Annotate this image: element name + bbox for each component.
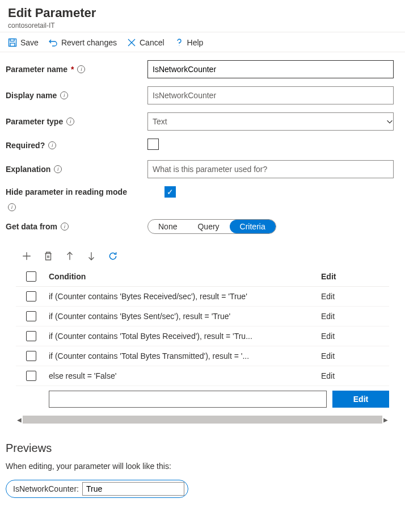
criteria-row: if (Counter contains 'Bytes Sent/sec'), … xyxy=(16,307,389,326)
help-label: Help xyxy=(187,38,204,47)
edit-link[interactable]: Edit xyxy=(321,351,389,361)
seg-query[interactable]: Query xyxy=(187,220,229,233)
info-icon[interactable]: i xyxy=(77,65,85,73)
explanation-input[interactable] xyxy=(147,160,394,178)
save-button[interactable]: Save xyxy=(8,38,39,47)
help-button[interactable]: Help xyxy=(175,38,204,47)
param-type-select[interactable] xyxy=(147,112,394,131)
required-asterisk: * xyxy=(71,65,74,74)
add-icon[interactable] xyxy=(22,251,32,261)
row-checkbox[interactable] xyxy=(26,371,36,381)
criteria-row: if (Counter contains 'Bytes Received/sec… xyxy=(16,287,389,307)
info-icon[interactable]: i xyxy=(54,165,62,173)
info-icon[interactable]: i xyxy=(8,203,16,211)
info-icon[interactable]: i xyxy=(60,91,68,99)
col-condition: Condition xyxy=(49,272,321,281)
scroll-right-icon[interactable]: ▶ xyxy=(382,417,389,423)
row-checkbox[interactable] xyxy=(26,291,36,301)
page-subtitle: contosoretail-IT xyxy=(8,22,397,30)
preview-pill-label: IsNetworkCounter: xyxy=(13,484,79,493)
criteria-panel: Condition Edit if (Counter contains 'Byt… xyxy=(16,251,389,412)
hide-param-checkbox[interactable]: ✓ xyxy=(164,186,176,198)
edit-link[interactable]: Edit xyxy=(321,371,389,380)
info-icon[interactable]: i xyxy=(61,223,69,231)
revert-button[interactable]: Revert changes xyxy=(49,38,117,47)
scroll-track[interactable] xyxy=(23,416,382,424)
scroll-left-icon[interactable]: ◀ xyxy=(16,417,23,423)
param-type-label: Parameter type xyxy=(6,117,63,126)
arrow-up-icon[interactable] xyxy=(65,251,75,261)
col-edit: Edit xyxy=(321,272,389,281)
criteria-row: if (Counter contains 'Total Bytes Transm… xyxy=(16,346,389,366)
cancel-label: Cancel xyxy=(140,38,164,47)
previews-note: When editing, your parameter will look l… xyxy=(6,462,399,471)
svg-rect-1 xyxy=(10,39,14,41)
delete-icon[interactable] xyxy=(43,251,53,261)
help-icon xyxy=(175,38,184,47)
condition-text: if (Counter contains 'Total Bytes Receiv… xyxy=(49,332,321,341)
page-header: Edit Parameter contosoretail-IT xyxy=(0,0,405,32)
previews-title: Previews xyxy=(6,442,399,455)
edit-link[interactable]: Edit xyxy=(321,312,389,321)
get-data-label: Get data from xyxy=(6,222,57,231)
info-icon[interactable]: i xyxy=(66,118,74,125)
row-checkbox[interactable] xyxy=(26,311,36,321)
undo-icon xyxy=(49,38,58,47)
svg-rect-2 xyxy=(10,43,15,47)
seg-none[interactable]: None xyxy=(148,220,187,233)
close-icon xyxy=(127,38,136,47)
edit-link[interactable]: Edit xyxy=(321,332,389,341)
preview-pill-input[interactable] xyxy=(82,482,184,496)
form-area: Parameter name * i Display name i Parame… xyxy=(0,52,405,425)
revert-label: Revert changes xyxy=(61,38,117,47)
page-title: Edit Parameter xyxy=(8,6,397,20)
criteria-edit-input[interactable] xyxy=(49,391,327,408)
required-label: Required? xyxy=(6,141,45,150)
preview-pill: IsNetworkCounter: xyxy=(6,480,188,498)
arrow-down-icon[interactable] xyxy=(86,251,96,261)
cancel-button[interactable]: Cancel xyxy=(127,38,164,47)
condition-text: if (Counter contains 'Bytes Sent/sec'), … xyxy=(49,312,321,321)
refresh-icon[interactable] xyxy=(108,251,118,261)
explanation-label: Explanation xyxy=(6,165,50,174)
param-name-input[interactable] xyxy=(147,60,394,78)
select-all-checkbox[interactable] xyxy=(26,271,36,282)
hide-param-label: Hide parameter in reading mode xyxy=(6,187,127,196)
row-checkbox[interactable] xyxy=(26,351,36,361)
condition-text: else result = 'False' xyxy=(49,371,321,380)
criteria-header-row: Condition Edit xyxy=(16,267,389,287)
criteria-edit-row: Edit xyxy=(16,386,389,412)
required-checkbox[interactable] xyxy=(147,139,159,150)
save-icon xyxy=(8,38,17,47)
get-data-toggle: None Query Criteria xyxy=(147,219,276,234)
save-label: Save xyxy=(20,38,39,47)
display-name-label: Display name xyxy=(6,91,57,100)
criteria-row: else result = 'False'Edit xyxy=(16,366,389,386)
seg-criteria[interactable]: Criteria xyxy=(230,220,276,233)
criteria-row: if (Counter contains 'Total Bytes Receiv… xyxy=(16,326,389,346)
display-name-input[interactable] xyxy=(147,86,394,104)
condition-text: if (Counter contains 'Bytes Received/sec… xyxy=(49,292,321,301)
param-name-label: Parameter name xyxy=(6,65,68,74)
edit-link[interactable]: Edit xyxy=(321,292,389,301)
info-icon[interactable]: i xyxy=(48,141,56,149)
condition-text: if (Counter contains 'Total Bytes Transm… xyxy=(49,351,321,361)
previews-section: Previews When editing, your parameter wi… xyxy=(0,425,405,509)
horizontal-scrollbar[interactable]: ◀ ▶ xyxy=(16,414,389,425)
row-checkbox[interactable] xyxy=(26,331,36,341)
criteria-toolbar xyxy=(16,251,389,267)
command-bar: Save Revert changes Cancel Help xyxy=(0,32,405,52)
criteria-edit-button[interactable]: Edit xyxy=(332,391,389,408)
